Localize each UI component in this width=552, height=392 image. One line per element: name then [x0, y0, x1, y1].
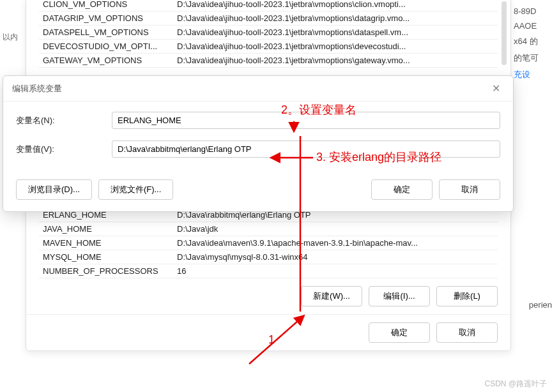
browse-directory-button[interactable]: 浏览目录(D)...	[16, 179, 92, 200]
new-button[interactable]: 新建(W)...	[301, 286, 362, 306]
table-row[interactable]: DATASPELL_VM_OPTIONSD:\Java\idea\jihuo-t…	[39, 26, 498, 40]
background-right-bottom: perien	[529, 300, 552, 310]
dialog-titlebar: 编辑系统变量 ✕	[3, 76, 513, 102]
ok-button[interactable]: 确定	[369, 322, 430, 343]
table-row[interactable]: JAVA_HOMED:\Java\jdk	[39, 222, 498, 236]
table-row[interactable]: GATEWAY_VM_OPTIONSD:\Java\idea\jihuo-too…	[39, 54, 498, 68]
table-row[interactable]: DEVECOSTUDIO_VM_OPTI...D:\Java\idea\jihu…	[39, 40, 498, 54]
delete-button[interactable]: 删除(L)	[436, 286, 498, 306]
variable-value-input[interactable]	[112, 140, 500, 158]
system-vars-table-top: CLION_VM_OPTIONSD:\Java\idea\jihuo-tooll…	[26, 0, 510, 68]
scrollbar[interactable]	[502, 1, 507, 65]
background-left-text: 以内	[0, 32, 19, 43]
cancel-button[interactable]: 取消	[439, 179, 500, 200]
system-vars-table-bottom: ERLANG_HOMED:\Java\rabbitmq\erlang\Erlan…	[26, 208, 510, 278]
table-row[interactable]: CLION_VM_OPTIONSD:\Java\idea\jihuo-tooll…	[39, 0, 498, 11]
ok-button[interactable]: 确定	[371, 179, 433, 200]
variable-name-label: 变量名(N):	[16, 115, 112, 126]
dialog-footer: 确定 取消	[26, 314, 510, 351]
system-vars-button-row: 新建(W)... 编辑(I)... 删除(L)	[26, 278, 510, 314]
table-row[interactable]: MYSQL_HOMED:\Java\mysql\mysql-8.0.31-win…	[39, 250, 498, 264]
variable-value-label: 变量值(V):	[16, 144, 112, 155]
table-row[interactable]: DATAGRIP_VM_OPTIONSD:\Java\idea\jihuo-to…	[39, 11, 498, 26]
edit-button[interactable]: 编辑(I)...	[369, 286, 430, 306]
close-icon[interactable]: ✕	[488, 81, 504, 96]
dialog-title: 编辑系统变量	[12, 83, 62, 94]
table-row[interactable]: MAVEN_HOMED:\Java\idea\maven\3.9.1\apach…	[39, 236, 498, 250]
edit-system-variable-dialog: 编辑系统变量 ✕ 变量名(N): 变量值(V): 浏览目录(D)... 浏览文件…	[3, 75, 514, 212]
variable-name-input[interactable]	[112, 112, 500, 129]
background-right-text: 8-89D AAOE x64 的 的笔可 充设	[514, 0, 552, 86]
browse-file-button[interactable]: 浏览文件(F)...	[98, 179, 173, 200]
cancel-button[interactable]: 取消	[436, 322, 498, 343]
watermark: CSDN @路遥叶子	[484, 379, 547, 389]
table-row[interactable]: NUMBER_OF_PROCESSORS16	[39, 264, 498, 278]
